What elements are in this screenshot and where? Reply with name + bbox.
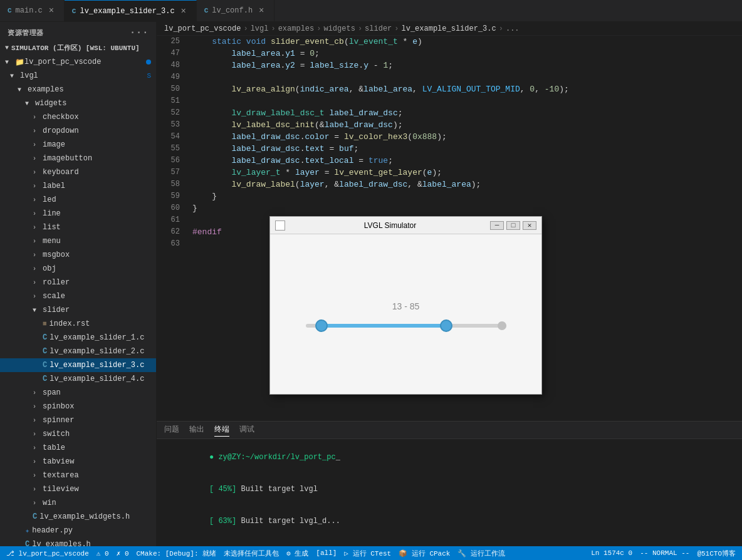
slider-arrow-icon: ▼ (33, 307, 43, 314)
breadcrumb-sep2: › (271, 24, 275, 33)
index-rst-icon: ≡ (43, 320, 47, 328)
simulator-section-header[interactable]: ▼ SIMULATOR (工作区) [WSL: UBUNTU] (0, 41, 156, 55)
sim-slider-handle-right[interactable] (440, 319, 452, 332)
status-branch[interactable]: ⎇ lv_port_pc_vscode (6, 549, 89, 557)
tree-slider-2[interactable]: C lv_example_slider_2.c (0, 345, 156, 358)
menu-label: menu (43, 237, 61, 246)
tree-slider-3[interactable]: C lv_example_slider_3.c (0, 358, 156, 372)
span-arrow-icon: › (33, 390, 43, 397)
tree-examples[interactable]: ▼ examples (0, 83, 156, 96)
terminal-tab-problems[interactable]: 问题 (164, 424, 179, 436)
slider4-icon: C (43, 375, 47, 383)
tree-image[interactable]: › image (0, 138, 156, 152)
terminal-tab-debug[interactable]: 调试 (239, 424, 254, 436)
terminal-tab-terminal[interactable]: 终端 (214, 424, 229, 437)
tree-lvgl[interactable]: ▼ lvgl S (0, 69, 156, 83)
led-label: led (43, 195, 56, 204)
tree-imagebutton[interactable]: › imagebutton (0, 152, 156, 165)
tree-table[interactable]: › table (0, 441, 156, 455)
tree-index-rst[interactable]: ≡ index.rst (0, 317, 156, 331)
sim-maximize-button[interactable]: □ (506, 221, 520, 230)
tab-icon-c2: C (72, 8, 76, 15)
tree-obj[interactable]: › obj (0, 262, 156, 276)
tree-slider-1[interactable]: C lv_example_slider_1.c (0, 331, 156, 345)
status-run-cpack[interactable]: 📦 运行 CPack (399, 549, 450, 558)
tree-lv-example-widgets-h[interactable]: C lv_example_widgets.h (0, 510, 156, 524)
tree-scale[interactable]: › scale (0, 289, 156, 303)
tabview-label: tabview (43, 457, 74, 466)
status-cmake[interactable]: CMake: [Debug]: 就绪 (136, 549, 216, 558)
tree-msgbox[interactable]: › msgbox (0, 248, 156, 262)
tab-main-c[interactable]: C main.c × (0, 0, 65, 22)
tab-lv-conf-h[interactable]: C lv_conf.h × (197, 0, 274, 22)
tree-slider-4[interactable]: C lv_example_slider_4.c (0, 372, 156, 386)
sidebar-options-button[interactable]: ··· (130, 27, 149, 38)
tree-checkbox[interactable]: › checkbox (0, 110, 156, 124)
sim-slider-handle-left[interactable] (315, 319, 328, 332)
tree-roller[interactable]: › roller (0, 276, 156, 289)
status-all-label[interactable]: [all] (316, 549, 337, 557)
sim-slider-end (498, 321, 506, 330)
tree-root[interactable]: ▼ 📁 lv_port_pc_vscode (0, 55, 156, 69)
sim-slider[interactable] (306, 324, 506, 328)
tree-label[interactable]: › label (0, 179, 156, 193)
checkbox-label: checkbox (43, 113, 79, 122)
term-cmd-1: _ (336, 453, 340, 462)
menu-arrow-icon: › (33, 238, 43, 245)
tree-line[interactable]: › line (0, 207, 156, 220)
tree-dropdown[interactable]: › dropdown (0, 124, 156, 138)
tree-keyboard[interactable]: › keyboard (0, 165, 156, 179)
tree-win[interactable]: › win (0, 496, 156, 510)
lvgl-s-dot: S (147, 72, 151, 80)
tree-menu[interactable]: › menu (0, 234, 156, 248)
status-errors[interactable]: ✗ 0 (117, 549, 129, 557)
status-run-workflow[interactable]: 🔧 运行工作流 (457, 549, 505, 558)
obj-arrow-icon: › (33, 266, 43, 272)
tree-led[interactable]: › led (0, 193, 156, 207)
sim-minimize-button[interactable]: ─ (490, 221, 504, 230)
tree-widgets[interactable]: ▼ widgets (0, 96, 156, 110)
tree-tileview[interactable]: › tileview (0, 482, 156, 496)
dropdown-arrow-icon: › (33, 128, 43, 135)
dropdown-label: dropdown (43, 127, 79, 135)
spinbox-arrow-icon: › (33, 403, 43, 410)
led-arrow-icon: › (33, 197, 43, 204)
tileview-label: tileview (43, 485, 79, 494)
tree-list[interactable]: › list (0, 220, 156, 234)
table-label: table (43, 443, 65, 452)
tree-tabview[interactable]: › tabview (0, 455, 156, 469)
tab-close-slider3[interactable]: × (179, 6, 189, 16)
tree-span[interactable]: › span (0, 386, 156, 400)
lv-examples-h-icon: C (25, 540, 29, 546)
tree-lv-examples-h[interactable]: C lv_examples.h (0, 537, 156, 546)
tree-spinner[interactable]: › spinner (0, 413, 156, 427)
tree-slider[interactable]: ▼ slider (0, 303, 156, 317)
tree-switch[interactable]: › switch (0, 427, 156, 441)
sidebar-header: 资源管理器 ··· (0, 22, 156, 41)
tab-close-conf-h[interactable]: × (256, 6, 266, 16)
label-label: label (43, 182, 65, 190)
term-line-2: [ 45%] Built target lvgl (164, 474, 734, 506)
status-line-col[interactable]: Ln 1574c 0 (591, 549, 632, 557)
slider3-icon: C (43, 361, 47, 370)
status-51cto: @51CTO博客 (697, 549, 736, 558)
tree-spinbox[interactable]: › spinbox (0, 400, 156, 413)
terminal-tabs: 问题 输出 终端 调试 (157, 422, 742, 439)
terminal-tab-output[interactable]: 输出 (189, 424, 204, 436)
status-build[interactable]: ⚙ 生成 (286, 549, 308, 558)
tab-lv-example-slider-3[interactable]: C lv_example_slider_3.c × (65, 0, 197, 22)
table-arrow-icon: › (33, 445, 43, 452)
slider3-label: lv_example_slider_3.c (50, 361, 144, 370)
tab-close-main-c[interactable]: × (46, 6, 56, 16)
ln-62: 62 (157, 226, 180, 238)
sim-close-button[interactable]: ✕ (523, 221, 536, 230)
tree-textarea[interactable]: › textarea (0, 469, 156, 482)
sim-title-icon (275, 220, 285, 231)
switch-arrow-icon: › (33, 431, 43, 438)
tree-header-py[interactable]: ✦ header.py (0, 524, 156, 537)
simulator-label: SIMULATOR (工作区) [WSL: UBUNTU] (11, 43, 140, 53)
sim-titlebar[interactable]: LVGL Simulator ─ □ ✕ (270, 217, 541, 234)
status-run-ctest[interactable]: ▷ 运行 CTest (344, 549, 391, 558)
status-warnings[interactable]: ⚠ 0 (97, 549, 109, 557)
status-no-tests[interactable]: 未选择任何工具包 (224, 549, 279, 558)
